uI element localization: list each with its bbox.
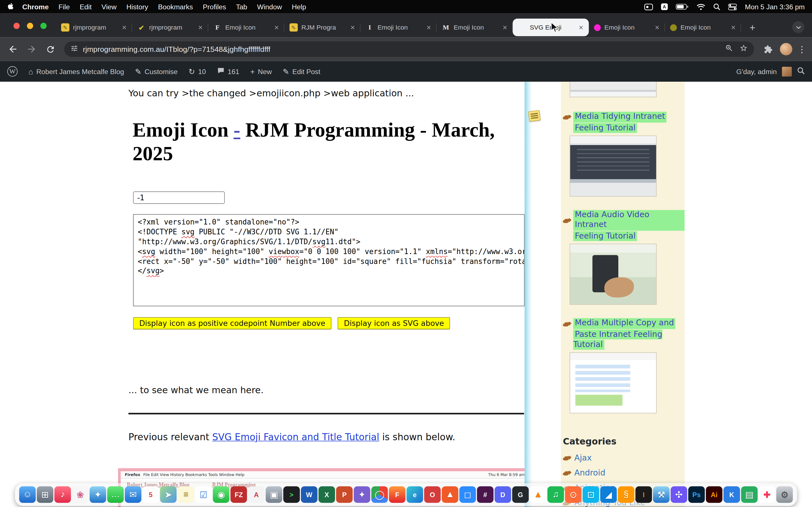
control-center-icon[interactable]: [728, 3, 737, 10]
heading-dash-link[interactable]: -: [234, 119, 240, 141]
notes-dock-icon[interactable]: ≡: [177, 487, 194, 503]
category-link[interactable]: Ajax: [574, 453, 592, 462]
maps-dock-icon[interactable]: ➤: [160, 487, 177, 503]
menu-item-edit[interactable]: Edit: [80, 3, 92, 11]
display-svg-button[interactable]: Display icon as SVG above: [338, 317, 450, 330]
browser-tab[interactable]: I Emoji Icon ×: [360, 18, 437, 36]
display-number-button[interactable]: Display icon as positive codepoint Numbe…: [133, 317, 332, 330]
chrome-dock-icon[interactable]: ◯: [371, 487, 388, 503]
minimize-window-button[interactable]: [27, 23, 33, 29]
tab-close-icon[interactable]: ×: [425, 24, 433, 31]
keynote-dock-icon[interactable]: K: [723, 487, 740, 503]
forward-button[interactable]: [25, 43, 38, 56]
xcode-dock-icon[interactable]: ⚒: [653, 487, 670, 503]
bookmark-star-icon[interactable]: [740, 44, 748, 54]
tab-close-icon[interactable]: ×: [197, 24, 204, 31]
status-app-icon[interactable]: [645, 3, 653, 10]
settings-dock-icon[interactable]: ⚙: [776, 487, 793, 503]
edge-dock-icon[interactable]: e: [407, 487, 423, 503]
category-link[interactable]: Android: [574, 468, 605, 477]
tab-close-icon[interactable]: ×: [121, 24, 128, 31]
menu-item-view[interactable]: View: [101, 3, 116, 11]
fullscreen-window-button[interactable]: [40, 23, 47, 29]
apple-logo-icon[interactable]: [7, 3, 14, 11]
menu-item-profiles[interactable]: Profiles: [203, 3, 226, 11]
browser-tab[interactable]: ✎ RJM Progra ×: [284, 18, 360, 36]
powerpoint-dock-icon[interactable]: P: [336, 487, 353, 503]
browser-tab[interactable]: M Emoji Icon ×: [437, 18, 513, 36]
facetime-dock-icon[interactable]: ◉: [213, 487, 230, 503]
mail-dock-icon[interactable]: ✉: [125, 487, 142, 503]
url-text[interactable]: rjmprogramming.com.au/ITblog/?p=71548&jg…: [83, 45, 270, 53]
numbers-dock-icon[interactable]: ▤: [741, 487, 758, 503]
wp-site-name[interactable]: ⌂ Robert James Metcalfe Blog: [29, 68, 124, 75]
site-settings-icon[interactable]: [70, 44, 79, 54]
wp-new[interactable]: + New: [250, 68, 272, 75]
spotify-dock-icon[interactable]: ♫: [547, 487, 564, 503]
sidebar-thumbnail[interactable]: [569, 352, 657, 413]
excel-dock-icon[interactable]: X: [319, 487, 335, 503]
calendar-dock-icon[interactable]: 5: [142, 487, 159, 503]
zoom-icon[interactable]: [725, 44, 733, 54]
menu-item-window[interactable]: Window: [257, 3, 282, 11]
sidebar-post-link[interactable]: Media Tidying Intranet Feeling Tutorial: [563, 112, 685, 133]
wp-search-icon[interactable]: [797, 67, 805, 76]
discord-dock-icon[interactable]: D: [495, 487, 511, 503]
brave-dock-icon[interactable]: ▲: [442, 487, 458, 503]
browser-menu-kebab-icon[interactable]: ⋮: [798, 44, 806, 55]
preview-dock-icon[interactable]: ▣: [266, 487, 282, 503]
menu-item-chrome[interactable]: Chrome: [22, 3, 49, 11]
browser-tab[interactable]: Emoji Icon ×: [589, 18, 665, 36]
edit-note-icon[interactable]: [528, 110, 541, 122]
wp-customise[interactable]: ✎ Customise: [135, 68, 177, 75]
address-bar[interactable]: rjmprogramming.com.au/ITblog/?p=71548&jg…: [64, 41, 754, 57]
figma-dock-icon[interactable]: ✣: [671, 487, 688, 503]
launchpad-dock-icon[interactable]: ⊞: [37, 487, 53, 503]
vscode-dock-icon[interactable]: ◢: [600, 487, 617, 503]
wp-logo-icon[interactable]: W: [7, 66, 18, 76]
browser-tab[interactable]: ✎ rjmprogram ×: [56, 18, 132, 36]
postman-dock-icon[interactable]: ⊙: [565, 487, 581, 503]
wp-avatar[interactable]: [782, 66, 792, 76]
battery-icon[interactable]: [676, 4, 689, 10]
illustrator-dock-icon[interactable]: Ai: [706, 487, 722, 503]
browser-tab[interactable]: Emoji Icon ×: [665, 18, 741, 36]
sidebar-thumbnail[interactable]: [569, 244, 657, 305]
tab-close-icon[interactable]: ×: [654, 24, 661, 31]
finder-dock-icon[interactable]: ☺: [19, 487, 36, 503]
profile-avatar[interactable]: [780, 43, 792, 55]
safari-tech-preview-dock-icon[interactable]: ✦: [354, 487, 370, 503]
menu-item-tab[interactable]: Tab: [236, 3, 247, 11]
svg-code-textarea[interactable]: <?xml version="1.0" standalone="no"?> <!…: [133, 214, 525, 306]
slack-dock-icon[interactable]: #: [477, 487, 494, 503]
docker-dock-icon[interactable]: ⊡: [582, 487, 599, 503]
opera-dock-icon[interactable]: O: [424, 487, 441, 503]
photoshop-dock-icon[interactable]: Ps: [688, 487, 705, 503]
terminal-dock-icon[interactable]: >: [283, 487, 300, 503]
firefox-dock-icon[interactable]: F: [389, 487, 405, 503]
wp-updates[interactable]: ↻ 10: [189, 68, 206, 75]
reload-button[interactable]: [43, 43, 57, 56]
intellij-dock-icon[interactable]: I: [636, 487, 652, 503]
extensions-icon[interactable]: [761, 43, 775, 56]
wp-comments[interactable]: 161: [217, 67, 239, 76]
browser-tab[interactable]: F Emoji Icon ×: [208, 18, 284, 36]
menu-item-help[interactable]: Help: [292, 3, 306, 11]
sidebar-post-link[interactable]: Media Multiple Copy and Paste Intranet F…: [563, 318, 685, 350]
menu-item-history[interactable]: History: [126, 3, 148, 11]
menu-item-bookmarks[interactable]: Bookmarks: [158, 3, 193, 11]
wp-edit-post[interactable]: ✎ Edit Post: [283, 68, 320, 75]
spotlight-icon[interactable]: [713, 3, 721, 10]
textedit-dock-icon[interactable]: A: [248, 487, 265, 503]
input-source-icon[interactable]: A: [661, 3, 668, 10]
photos-dock-icon[interactable]: ❀: [72, 487, 89, 503]
sidebar-thumbnail-partial[interactable]: [569, 82, 657, 97]
tab-close-icon[interactable]: ×: [730, 24, 737, 31]
browser-tab[interactable]: ✔ rjmprogram ×: [132, 18, 208, 36]
safari-dock-icon[interactable]: ✦: [90, 487, 106, 503]
menu-item-file[interactable]: File: [59, 3, 70, 11]
messages-dock-icon[interactable]: …: [107, 487, 124, 503]
filezilla-dock-icon[interactable]: FZ: [231, 487, 247, 503]
previous-tutorial-link[interactable]: SVG Emoji Favicon and Title Tutorial: [212, 432, 379, 443]
close-window-button[interactable]: [13, 23, 20, 29]
